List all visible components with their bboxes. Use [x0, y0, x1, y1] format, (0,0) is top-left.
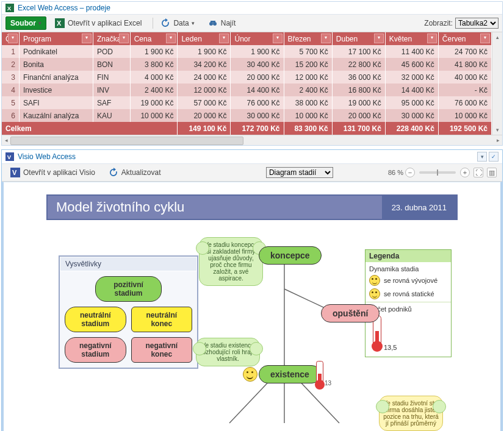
cell[interactable]: 2 400 Kč — [284, 84, 332, 96]
open-in-excel-button[interactable]: X Otevřít v aplikaci Excel — [50, 16, 146, 30]
filter-icon[interactable]: ▾ — [219, 34, 229, 43]
filter-icon[interactable]: ▾ — [427, 34, 437, 43]
table-row[interactable]: 1PodnikatelPOD1 900 Kč1 900 Kč1 900 Kč5 … — [2, 45, 492, 58]
cell[interactable]: 15 200 Kč — [284, 58, 332, 71]
column-header[interactable]: Únor▾ — [231, 32, 284, 45]
cell[interactable]: 19 000 Kč — [332, 96, 385, 109]
cell[interactable]: Kauzální analýza — [19, 109, 93, 122]
column-header[interactable]: Cena▾ — [130, 32, 178, 45]
cell[interactable]: 36 000 Kč — [332, 71, 385, 84]
cell[interactable]: 20 000 Kč — [178, 109, 231, 122]
scrollbar-thumb[interactable] — [10, 137, 243, 145]
cell[interactable]: INV — [93, 84, 130, 96]
cell[interactable]: 12 000 Kč — [284, 71, 332, 84]
cell[interactable]: 76 000 Kč — [438, 96, 491, 109]
cell[interactable]: 14 400 Kč — [231, 84, 284, 96]
column-header[interactable]: Květen▾ — [385, 32, 438, 45]
filter-icon[interactable]: ▾ — [8, 34, 18, 43]
cell[interactable]: 1 — [2, 45, 19, 58]
cell[interactable]: 10 000 Kč — [284, 109, 332, 122]
cell[interactable]: 20 000 Kč — [332, 109, 385, 122]
column-header[interactable]: Č.▾ — [2, 32, 19, 45]
column-header[interactable]: Duben▾ — [332, 32, 385, 45]
find-button[interactable]: Najít — [203, 16, 241, 30]
filter-icon[interactable]: ▾ — [374, 34, 384, 43]
cell[interactable]: 19 000 Kč — [130, 96, 178, 109]
column-header[interactable]: Červen▾ — [438, 32, 491, 45]
filter-icon[interactable]: ▾ — [166, 34, 176, 43]
file-menu[interactable]: Soubor — [5, 16, 46, 30]
refresh-button[interactable]: Aktualizovat — [104, 165, 166, 180]
filter-icon[interactable]: ▾ — [82, 34, 92, 43]
cell[interactable]: 30 000 Kč — [385, 109, 438, 122]
table-row[interactable]: 5SAFISAF19 000 Kč57 000 Kč76 000 Kč38 00… — [2, 96, 492, 109]
cell[interactable]: 3 — [2, 71, 19, 84]
cell[interactable]: 45 600 Kč — [385, 58, 438, 71]
filter-icon[interactable]: ▾ — [119, 34, 129, 43]
zoom-slider[interactable] — [419, 171, 456, 174]
zoom-in-button[interactable]: + — [460, 168, 470, 177]
cell[interactable]: 24 000 Kč — [178, 71, 231, 84]
cell[interactable]: SAFI — [19, 96, 93, 109]
cell[interactable]: 5 700 Kč — [284, 45, 332, 58]
cell[interactable]: 4 000 Kč — [130, 71, 178, 84]
table-row[interactable]: 3Finanční analýzaFIN4 000 Kč24 000 Kč20 … — [2, 71, 492, 84]
cell[interactable]: 2 400 Kč — [130, 84, 178, 96]
filter-icon[interactable]: ▾ — [273, 34, 283, 43]
table-row[interactable]: 6Kauzální analýzaKAU10 000 Kč20 000 Kč30… — [2, 109, 492, 122]
cell[interactable]: 17 100 Kč — [332, 45, 385, 58]
cell[interactable]: 2 — [2, 58, 19, 71]
filter-icon[interactable]: ▾ — [480, 34, 490, 43]
node-existence[interactable]: existence — [259, 365, 321, 383]
cell[interactable]: 20 000 Kč — [231, 71, 284, 84]
cell[interactable]: 3 800 Kč — [130, 58, 178, 71]
column-header[interactable]: Leden▾ — [178, 32, 231, 45]
cell[interactable]: 10 000 Kč — [130, 109, 178, 122]
cell[interactable]: Bonita — [19, 58, 93, 71]
checkbox-icon[interactable]: ✓ — [489, 152, 499, 162]
cell[interactable]: Investice — [19, 84, 93, 96]
cell[interactable]: FIN — [93, 71, 130, 84]
visio-canvas[interactable]: Model životního cyklu 23. dubna 2011 Vys… — [2, 182, 502, 431]
scroll-down-icon[interactable]: ▾ — [496, 125, 499, 135]
column-header[interactable]: Program▾ — [19, 32, 93, 45]
cell[interactable]: 34 200 Kč — [178, 58, 231, 71]
cell[interactable]: 30 000 Kč — [231, 109, 284, 122]
vertical-scrollbar[interactable]: ▴ ▾ — [492, 32, 502, 135]
open-in-visio-button[interactable]: V Otevřít v aplikaci Visio — [5, 165, 100, 180]
view-select[interactable]: Tabulka2 — [455, 18, 499, 29]
cell[interactable]: 4 — [2, 84, 19, 96]
cell[interactable]: Finanční analýza — [19, 71, 93, 84]
cell[interactable]: Podnikatel — [19, 45, 93, 58]
cell[interactable]: SAF — [93, 96, 130, 109]
page-select[interactable]: Diagram stadií — [266, 167, 333, 178]
scroll-left-icon[interactable]: ◂ — [2, 135, 10, 145]
horizontal-scrollbar[interactable]: ◂ ▸ — [2, 135, 502, 145]
cell[interactable]: 38 000 Kč — [284, 96, 332, 109]
cell[interactable]: 41 800 Kč — [438, 58, 491, 71]
table-row[interactable]: 4InvesticeINV2 400 Kč12 000 Kč14 400 Kč2… — [2, 84, 492, 96]
table-row[interactable]: 2BonitaBON3 800 Kč34 200 Kč30 400 Kč15 2… — [2, 58, 492, 71]
cell[interactable]: POD — [93, 45, 130, 58]
column-header[interactable]: Březen▾ — [284, 32, 332, 45]
shapes-panel-button[interactable]: ▥ — [487, 168, 497, 177]
cell[interactable]: 5 — [2, 96, 19, 109]
cell[interactable]: 6 — [2, 109, 19, 122]
cell[interactable]: 1 900 Kč — [130, 45, 178, 58]
cell[interactable]: 40 000 Kč — [438, 71, 491, 84]
cell[interactable]: - Kč — [438, 84, 491, 96]
scroll-right-icon[interactable]: ▸ — [494, 135, 502, 145]
scroll-up-icon[interactable]: ▴ — [496, 32, 499, 42]
cell[interactable]: 11 400 Kč — [385, 45, 438, 58]
cell[interactable]: 95 000 Kč — [385, 96, 438, 109]
minimize-icon[interactable]: ▾ — [477, 152, 487, 162]
data-menu[interactable]: Data — [156, 16, 199, 30]
cell[interactable]: 1 900 Kč — [178, 45, 231, 58]
cell[interactable]: KAU — [93, 109, 130, 122]
cell[interactable]: 76 000 Kč — [231, 96, 284, 109]
node-koncepce[interactable]: koncepce — [259, 246, 322, 265]
cell[interactable]: 1 900 Kč — [231, 45, 284, 58]
column-header[interactable]: Značka▾ — [93, 32, 130, 45]
cell[interactable]: BON — [93, 58, 130, 71]
cell[interactable]: 24 700 Kč — [438, 45, 491, 58]
